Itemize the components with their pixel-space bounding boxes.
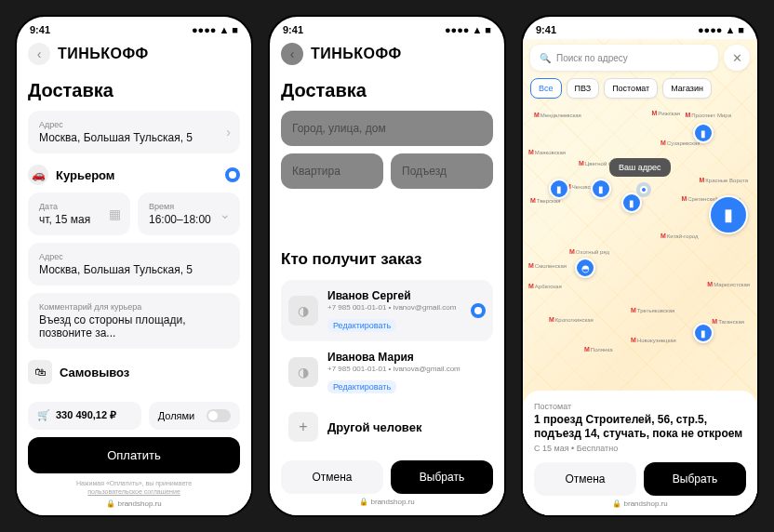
page-title: Доставка [28,80,240,101]
recipient-sheet: Кто получит заказ ◑ Иванов Сергей +7 985… [270,237,504,515]
price-card[interactable]: 🛒 330 490,12 ₽ [28,402,141,430]
filter-row: Все ПВЗ Постомат Магазин [530,78,750,99]
search-placeholder: Поиск по адресу [556,53,628,63]
courier-method[interactable]: 🚗 Курьером [28,165,240,185]
pickup-label: Самовывоз [60,366,240,379]
person-name: Иванова Мария [327,351,486,364]
other-person[interactable]: + Другой человек [281,403,493,451]
status-bar: 9:41 ●●●●▲■ [523,17,757,39]
comment-label: Комментарий для курьера [39,302,229,312]
screen-recipient: 9:41 ●●●●▲■ ‹ ТИНЬКОФФ Доставка Город, у… [268,15,506,517]
person-option[interactable]: ◑ Иванов Сергей +7 985 001-01-01 • ivano… [281,280,493,341]
choose-button[interactable]: Выбрать [644,462,746,496]
your-address-badge: Ваш адрес [609,158,671,177]
cart-icon: 🛒 [37,409,50,421]
time-label: Время [149,202,229,211]
metro-label: Марксистская [707,281,750,287]
map-pin[interactable]: ▮ [693,323,714,343]
screen-map: 9:41 ●●●●▲■ 🔍 Поиск по адресу ✕ Все ПВЗ … [521,15,759,517]
cancel-button[interactable]: Отмена [534,462,636,496]
person-name: Иванов Сергей [327,289,461,302]
edit-link[interactable]: Редактировать [327,319,396,332]
calendar-icon: ▦ [109,206,121,221]
radio-selected[interactable] [471,303,486,318]
edit-link[interactable]: Редактировать [327,380,396,393]
metro-label: Третьяковская [631,307,674,313]
date-label: Дата [39,202,119,211]
your-location-dot [640,186,647,193]
agreement-link[interactable]: пользовательское соглашение [87,488,180,495]
pay-button[interactable]: Оплатить [28,437,240,473]
filter-pvz[interactable]: ПВЗ [567,78,600,99]
cancel-button[interactable]: Отмена [281,460,383,494]
url-bar: 🔒 brandshop.ru [534,496,746,512]
date-card[interactable]: Дата чт, 15 мая ▦ [28,193,130,235]
plus-icon: + [288,412,318,442]
location-meta: С 15 мая • Бесплатно [534,444,746,453]
back-button[interactable]: ‹ [28,43,50,65]
filter-postomat[interactable]: Постомат [604,78,658,99]
method-label: Курьером [56,168,218,182]
metro-label: Красные Ворота [699,177,748,183]
status-icons: ●●●● ▲ ■ [192,24,238,35]
time-value: 16:00–18:00 [149,213,229,226]
search-input[interactable]: 🔍 Поиск по адресу [530,45,718,71]
metro-label: Арбатская [528,283,562,289]
person-detail: +7 985 001-01-01 • ivanova@gmail.com [327,365,486,373]
metro-label: Рижская [651,110,680,116]
screen-delivery: 9:41 ●●●● ▲ ■ ‹ ТИНЬКОФФ Доставка Адрес … [15,15,253,517]
flat-input[interactable]: Квартира [281,153,383,189]
avatar-icon: ◑ [288,357,318,387]
metro-label: Проспект Мира [685,112,731,118]
bag-icon: 🛍 [28,360,52,384]
price-value: 330 490,12 ₽ [56,409,116,421]
address2-label: Адрес [39,252,229,261]
location-address: 1 проезд Строителей, 56, стр.5, подъезд … [534,413,746,442]
comment-card[interactable]: Комментарий для курьера Въезд со стороны… [28,293,240,349]
metro-label: Новокузнецкая [631,337,676,343]
url-bar: 🔒 brandshop.ru [281,494,493,510]
address2-card[interactable]: Адрес Москва, Большая Тульская, 5 [28,243,240,286]
metro-label: Смоленская [528,262,567,269]
person-option[interactable]: ◑ Иванова Мария +7 985 001-01-01 • ivano… [281,341,493,403]
choose-button[interactable]: Выбрать [391,460,493,494]
split-card[interactable]: Долями [149,402,240,430]
status-bar: 9:41 ●●●● ▲ ■ [17,17,251,39]
avatar-icon: ◑ [288,296,318,326]
comment-value: Въезд со стороны площади, позвоните за..… [39,313,229,339]
status-time: 9:41 [283,24,303,35]
map-pin[interactable]: ▮ [693,123,714,143]
status-time: 9:41 [30,24,50,35]
brand-logo: ТИНЬКОФФ [58,46,149,62]
filter-all[interactable]: Все [530,78,562,99]
metro-label: Таганская [712,318,744,325]
split-toggle[interactable] [207,409,231,422]
status-time: 9:41 [536,24,556,35]
chevron-right-icon: › [226,125,231,140]
radio-selected[interactable] [225,167,240,182]
status-bar: 9:41 ●●●●▲■ [270,17,504,39]
metro-label: Маяковская [528,149,566,155]
map-pin[interactable]: ▮ [549,179,569,199]
time-card[interactable]: Время 16:00–18:00 ⌄ [138,193,240,235]
map-pin-selected[interactable]: ▮ [709,195,748,234]
metro-label: Сухаревская [661,140,701,146]
filter-shop[interactable]: Магазин [662,78,712,99]
back-button[interactable]: ‹ [281,43,303,65]
address-value: Москва, Большая Тульская, 5 [39,131,229,144]
map-pin[interactable]: ◓ [575,258,595,278]
address-card[interactable]: Адрес Москва, Большая Тульская, 5 › [28,111,240,153]
signal-icon: ●●●● [192,24,217,35]
metro-label: Кропоткинская [549,316,594,323]
close-button[interactable]: ✕ [724,45,750,71]
map-pin[interactable]: ▮ [591,179,611,199]
address-input[interactable]: Город, улица, дом [281,111,493,146]
metro-label: Менделеевская [534,112,581,118]
date-value: чт, 15 мая [39,213,119,226]
metro-label: Охотный ряд [569,248,609,255]
disclaimer: Нажимая «Оплатить», вы принимаете пользо… [28,479,240,496]
entrance-input[interactable]: Подъезд [391,153,493,189]
page-title: Доставка [281,80,493,101]
metro-label: Полянка [584,346,613,352]
map-pin[interactable]: ▮ [621,193,642,213]
